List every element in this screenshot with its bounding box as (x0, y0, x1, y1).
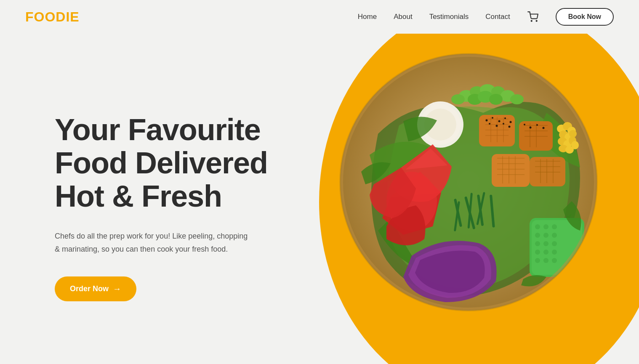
hero-description: Chefs do all the prep work for you! Like… (55, 230, 248, 255)
order-now-button[interactable]: Order Now → (55, 276, 136, 301)
svg-point-86 (492, 117, 493, 119)
svg-rect-75 (552, 233, 557, 238)
svg-rect-81 (552, 250, 557, 255)
hero-content: Your Favourite Food Delivered Hot & Fres… (0, 34, 295, 364)
nav-about[interactable]: About (394, 13, 412, 21)
svg-point-93 (509, 126, 511, 128)
svg-point-88 (504, 117, 506, 119)
header: FOODIE Home About Testimonials Contact B… (0, 0, 639, 34)
svg-point-91 (496, 125, 498, 127)
nav-testimonials[interactable]: Testimonials (429, 13, 469, 21)
svg-rect-33 (492, 154, 530, 187)
hero-title: Your Favourite Food Delivered Hot & Fres… (55, 113, 295, 213)
svg-point-13 (451, 94, 465, 104)
svg-rect-84 (552, 258, 557, 263)
logo[interactable]: FOODIE (25, 9, 80, 25)
svg-rect-77 (543, 241, 548, 246)
svg-point-1 (536, 21, 537, 21)
svg-point-90 (489, 123, 490, 125)
svg-point-85 (486, 120, 488, 122)
svg-rect-76 (535, 241, 540, 246)
book-now-button[interactable]: Book Now (556, 8, 614, 26)
svg-point-12 (489, 94, 503, 105)
svg-point-92 (503, 123, 504, 125)
food-image (336, 50, 601, 315)
svg-rect-74 (543, 233, 548, 238)
svg-point-94 (524, 124, 525, 125)
svg-point-95 (530, 127, 532, 129)
svg-point-58 (571, 141, 579, 149)
svg-point-0 (531, 21, 532, 21)
svg-rect-72 (552, 224, 557, 229)
svg-rect-78 (552, 241, 557, 246)
svg-rect-80 (543, 250, 548, 255)
svg-point-97 (543, 127, 545, 129)
nav-home[interactable]: Home (358, 13, 377, 21)
svg-point-87 (498, 120, 501, 122)
nav-contact[interactable]: Contact (485, 13, 510, 21)
svg-rect-73 (535, 233, 540, 238)
svg-point-14 (510, 94, 524, 104)
svg-point-89 (510, 121, 512, 123)
svg-rect-70 (535, 224, 540, 229)
order-now-label: Order Now (70, 284, 109, 293)
cart-icon[interactable] (527, 11, 539, 23)
svg-rect-79 (535, 250, 540, 255)
arrow-icon: → (113, 284, 121, 294)
svg-rect-83 (543, 258, 548, 263)
svg-rect-82 (535, 258, 540, 263)
main-nav: Home About Testimonials Contact Book Now (358, 8, 614, 26)
svg-rect-71 (543, 224, 548, 229)
hero-section: Your Favourite Food Delivered Hot & Fres… (0, 34, 639, 364)
svg-point-96 (536, 124, 538, 126)
svg-point-59 (569, 130, 577, 138)
